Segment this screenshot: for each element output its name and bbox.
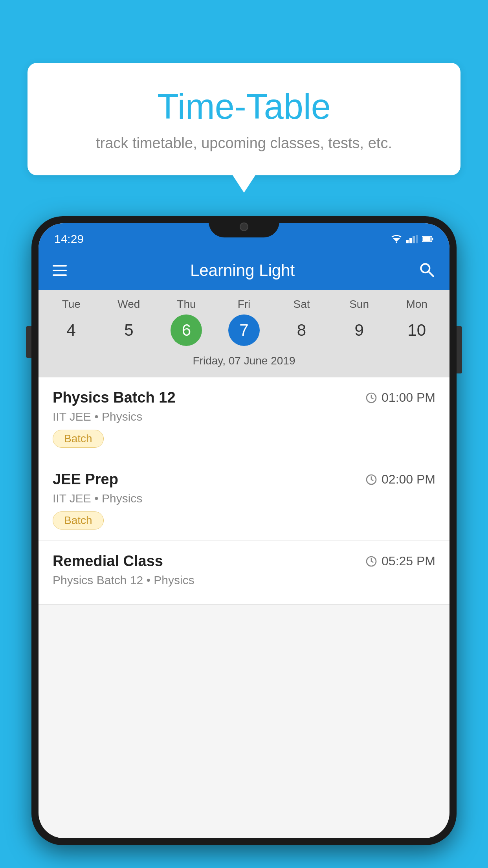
schedule-item-title: JEE Prep	[53, 471, 118, 488]
day-number: 8	[286, 314, 317, 346]
calendar-strip: Tue4Wed5Thu6Fri7Sat8Sun9Mon10 Friday, 07…	[39, 290, 449, 377]
day-name: Tue	[44, 298, 99, 311]
batch-badge: Batch	[53, 511, 104, 530]
svg-marker-0	[393, 238, 400, 242]
app-bar-title: Learning Light	[76, 261, 409, 280]
day-row: Tue4Wed5Thu6Fri7Sat8Sun9Mon10	[42, 298, 446, 346]
speech-bubble-container: Time-Table track timetable, upcoming cla…	[28, 63, 460, 175]
phone-mockup: 14:29	[31, 216, 457, 868]
clock-icon	[365, 555, 378, 568]
schedule-item-header: Physics Batch 1201:00 PM	[53, 389, 435, 406]
day-name: Sun	[332, 298, 387, 311]
calendar-day-cell[interactable]: Fri7	[216, 298, 272, 346]
calendar-day-cell[interactable]: Sat8	[274, 298, 329, 346]
svg-rect-2	[406, 240, 409, 243]
hamburger-menu-icon[interactable]	[53, 265, 67, 276]
search-icon	[418, 261, 435, 278]
app-bar: Learning Light	[39, 251, 449, 290]
clock-icon	[365, 473, 378, 486]
schedule-item[interactable]: JEE Prep02:00 PMIIT JEE • PhysicsBatch	[39, 459, 449, 541]
svg-rect-7	[432, 238, 433, 241]
day-number: 10	[401, 314, 433, 346]
status-time: 14:29	[54, 232, 84, 246]
schedule-item-header: JEE Prep02:00 PM	[53, 471, 435, 488]
selected-date-label: Friday, 07 June 2019	[42, 350, 446, 373]
calendar-day-cell[interactable]: Wed5	[101, 298, 156, 346]
schedule-item-time: 01:00 PM	[365, 390, 435, 405]
phone-notch	[209, 216, 279, 237]
day-name: Sat	[274, 298, 329, 311]
schedule-item-time: 05:25 PM	[365, 554, 435, 568]
calendar-day-cell[interactable]: Mon10	[389, 298, 444, 346]
day-name: Wed	[101, 298, 156, 311]
svg-line-10	[429, 272, 433, 276]
schedule-item-title: Physics Batch 12	[53, 389, 176, 406]
svg-rect-4	[413, 236, 415, 243]
wifi-icon	[391, 235, 402, 243]
camera	[240, 223, 248, 231]
schedule-item-subtitle: Physics Batch 12 • Physics	[53, 574, 435, 587]
page-title: Time-Table	[43, 86, 445, 127]
day-number: 4	[55, 314, 87, 346]
signal-icon	[406, 235, 418, 243]
schedule-item-header: Remedial Class05:25 PM	[53, 553, 435, 570]
schedule-item-time: 02:00 PM	[365, 472, 435, 487]
day-number: 5	[113, 314, 145, 346]
day-number: 9	[343, 314, 375, 346]
schedule-item-title: Remedial Class	[53, 553, 163, 570]
phone-outer: 14:29	[31, 216, 457, 845]
svg-rect-5	[416, 235, 418, 243]
day-number: 6	[171, 314, 202, 346]
schedule-item-subtitle: IIT JEE • Physics	[53, 492, 435, 505]
day-number: 7	[228, 314, 260, 346]
day-name: Fri	[216, 298, 272, 311]
svg-rect-3	[409, 238, 412, 243]
day-name: Mon	[389, 298, 444, 311]
svg-marker-1	[395, 242, 398, 243]
svg-rect-8	[423, 237, 431, 241]
calendar-day-cell[interactable]: Tue4	[44, 298, 99, 346]
search-button[interactable]	[418, 261, 435, 280]
schedule-item[interactable]: Remedial Class05:25 PMPhysics Batch 12 •…	[39, 541, 449, 605]
page-subtitle: track timetable, upcoming classes, tests…	[43, 135, 445, 152]
phone-screen: 14:29	[39, 223, 449, 838]
schedule-item[interactable]: Physics Batch 1201:00 PMIIT JEE • Physic…	[39, 377, 449, 459]
speech-bubble: Time-Table track timetable, upcoming cla…	[28, 63, 460, 175]
day-name: Thu	[159, 298, 214, 311]
calendar-day-cell[interactable]: Thu6	[159, 298, 214, 346]
batch-badge: Batch	[53, 430, 104, 448]
schedule-list: Physics Batch 1201:00 PMIIT JEE • Physic…	[39, 377, 449, 605]
schedule-item-subtitle: IIT JEE • Physics	[53, 410, 435, 423]
calendar-day-cell[interactable]: Sun9	[332, 298, 387, 346]
battery-icon	[422, 235, 434, 243]
status-icons	[391, 235, 434, 243]
clock-icon	[365, 392, 378, 404]
